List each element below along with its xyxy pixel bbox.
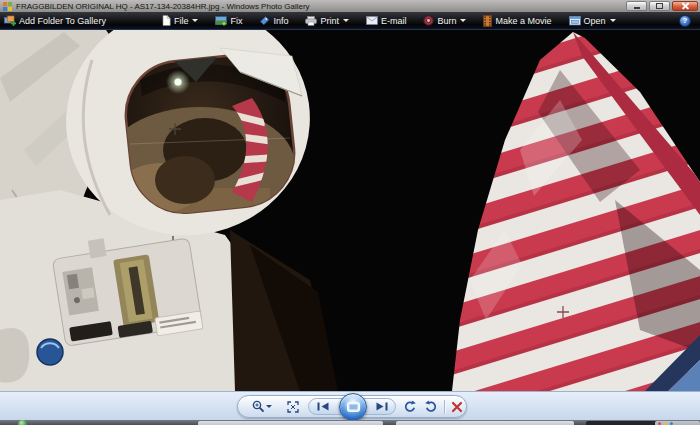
previous-button[interactable] (315, 399, 331, 414)
burn-menu-label: Burn (437, 16, 456, 26)
taskbar-button[interactable] (198, 421, 383, 425)
rotate-counterclockwise-button[interactable] (400, 396, 418, 417)
burn-icon (423, 15, 434, 26)
windows-photo-gallery-window: { "window": { "title": "FRAGGBILDEN ORIG… (0, 0, 700, 425)
slideshow-icon (347, 402, 360, 412)
film-strip-icon (483, 15, 492, 27)
windows-taskbar (0, 420, 700, 425)
info-button[interactable]: Info (259, 15, 288, 26)
window-controls (626, 1, 698, 11)
open-menu-button[interactable]: Open (569, 15, 616, 26)
next-button[interactable] (373, 399, 389, 414)
previous-icon (317, 402, 330, 411)
make-a-movie-button[interactable]: Make a Movie (483, 15, 551, 27)
restore-icon (656, 3, 663, 9)
dropdown-arrow-icon (343, 19, 349, 22)
email-icon (366, 16, 378, 25)
email-button[interactable]: E-mail (366, 16, 407, 26)
next-icon (375, 402, 388, 411)
fix-icon (215, 15, 227, 26)
info-icon (259, 15, 270, 26)
zoom-button[interactable] (250, 396, 274, 417)
file-menu-button[interactable]: File (162, 15, 199, 26)
dropdown-arrow-icon (460, 19, 466, 22)
delete-button[interactable] (448, 396, 466, 417)
rotate-clockwise-button[interactable] (422, 396, 440, 417)
burn-menu-button[interactable]: Burn (423, 15, 466, 26)
playback-control-bar (237, 395, 467, 418)
delete-x-icon (451, 401, 463, 413)
taskbar-button[interactable] (396, 421, 574, 425)
help-button[interactable]: ? (679, 15, 691, 27)
start-orb[interactable] (18, 420, 27, 425)
fit-to-window-button[interactable] (284, 396, 302, 417)
help-icon: ? (683, 16, 688, 25)
rotate-counterclockwise-icon (403, 400, 416, 413)
control-bar-divider (444, 400, 445, 414)
photo-astronaut-and-flag (0, 30, 700, 391)
close-icon (681, 2, 690, 10)
restore-button[interactable] (649, 1, 670, 11)
minimize-button[interactable] (626, 1, 647, 11)
open-menu-label: Open (584, 16, 606, 26)
photo-gallery-app-icon (3, 2, 12, 11)
rotate-clockwise-icon (425, 400, 438, 413)
email-label: E-mail (381, 16, 407, 26)
magnifier-icon (252, 400, 265, 413)
print-menu-label: Print (320, 16, 339, 26)
gallery-toolbar: Add Folder To Gallery File Fix Info Prin… (0, 12, 700, 30)
fix-button[interactable]: Fix (215, 15, 242, 26)
dropdown-arrow-icon (610, 19, 616, 22)
add-folder-button[interactable]: Add Folder To Gallery (4, 15, 106, 27)
dropdown-arrow-icon (192, 19, 198, 22)
open-icon (569, 15, 581, 26)
fit-to-window-icon (287, 401, 299, 413)
control-pane (0, 391, 700, 421)
photo-viewer (0, 30, 700, 391)
minimize-icon (634, 7, 640, 9)
add-folder-icon (4, 15, 16, 27)
fix-label: Fix (230, 16, 242, 26)
add-folder-label: Add Folder To Gallery (19, 16, 106, 26)
play-slideshow-button[interactable] (339, 393, 367, 421)
file-menu-label: File (174, 16, 189, 26)
print-menu-button[interactable]: Print (305, 16, 349, 26)
file-icon (162, 15, 171, 26)
window-title: FRAGGBILDEN ORIGINAL HQ - AS17-134-20384… (16, 2, 310, 11)
make-a-movie-label: Make a Movie (495, 16, 551, 26)
print-icon (305, 16, 317, 26)
dropdown-arrow-icon (266, 405, 272, 408)
info-label: Info (273, 16, 288, 26)
close-button[interactable] (672, 1, 698, 11)
system-tray[interactable] (655, 421, 700, 425)
